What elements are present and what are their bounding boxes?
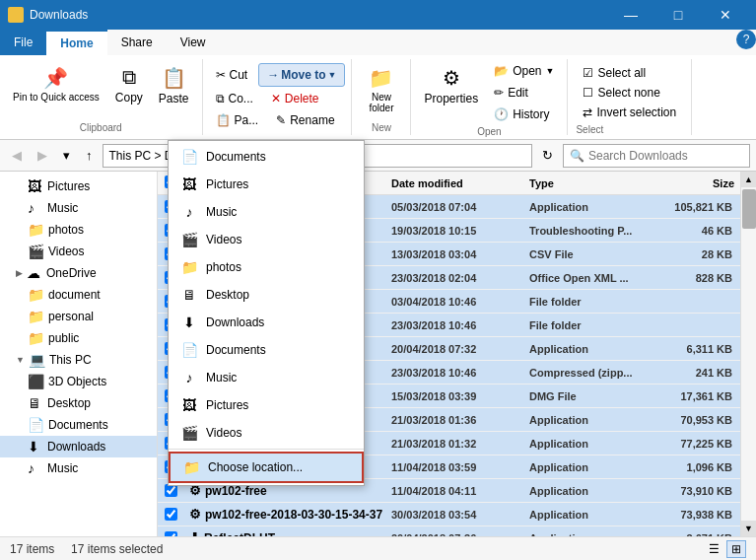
scroll-thumb[interactable] (742, 189, 756, 229)
dropdown-item-icon-11: 📁 (182, 459, 200, 475)
dropdown-item-icon-4: 📁 (180, 259, 198, 275)
file-type-3: Office Open XML ... (523, 272, 661, 284)
delete-button[interactable]: ✕ Delete (264, 89, 326, 108)
pin-to-quick-button[interactable]: 📌 Pin to Quick access (6, 61, 106, 108)
new-group-content: 📁 Newfolder (362, 61, 401, 120)
large-icons-view-button[interactable]: ⊞ (726, 540, 746, 558)
sidebar-item-photos[interactable]: 📁 photos (0, 219, 157, 241)
sidebar-item-this-pc[interactable]: ▼ 💻 This PC (0, 349, 157, 371)
dropdown-item-label-0: Documents (206, 150, 266, 164)
dropdown-item-3[interactable]: 🎬 Videos (169, 226, 364, 253)
pin-icon: 📌 (43, 66, 68, 90)
sidebar-item-music2[interactable]: ♪ Music (0, 457, 157, 479)
sidebar-item-downloads[interactable]: ⬇ Downloads (0, 436, 157, 457)
select-all-button[interactable]: ☑ Select all (576, 63, 683, 83)
search-input[interactable] (588, 149, 743, 163)
dropdown-item-icon-5: 🖥 (180, 287, 198, 303)
up-button[interactable]: ↑ (80, 144, 99, 167)
scroll-down-button[interactable]: ▼ (741, 521, 757, 536)
tab-share[interactable]: Share (107, 30, 167, 55)
sidebar-item-desktop[interactable]: 🖥 Desktop (0, 392, 157, 414)
dropdown-item-7[interactable]: 📄 Documents (169, 336, 364, 364)
file-checkbox-13[interactable] (165, 508, 177, 521)
tab-file[interactable]: File (0, 30, 46, 55)
file-date-14: 20/04/2018 07:36 (385, 532, 523, 537)
sidebar-item-public[interactable]: 📁 public (0, 327, 157, 349)
move-to-icon: → (267, 68, 279, 82)
sidebar-item-label: 3D Objects (48, 375, 106, 388)
dropdown-item-4[interactable]: 📁 photos (169, 253, 364, 281)
sidebar-item-3d-objects[interactable]: ⬛ 3D Objects (0, 371, 157, 392)
dropdown-item-11[interactable]: 📁 Choose location... (169, 452, 364, 483)
sidebar-item-documents[interactable]: 📄 Documents (0, 414, 157, 436)
sidebar-item-onedrive[interactable]: ▶ ☁ OneDrive (0, 262, 157, 284)
new-folder-button[interactable]: 📁 Newfolder (362, 61, 401, 118)
row-check-14 (158, 531, 183, 536)
table-row[interactable]: ⚙ pw102-free-2018-03-30-15-34-37 30/03/2… (158, 503, 740, 526)
header-size[interactable]: Size (661, 177, 740, 189)
cut-button[interactable]: ✂ Cut (209, 63, 255, 87)
dropdown-item-6[interactable]: ⬇ Downloads (169, 309, 364, 336)
dropdown-item-0[interactable]: 📄 Documents (169, 143, 364, 171)
table-row[interactable]: ⬇ ReflectDLHT 20/04/2018 07:36 Applicati… (158, 526, 740, 536)
dropdown-item-5[interactable]: 🖥 Desktop (169, 281, 364, 309)
minimize-button[interactable]: — (608, 0, 653, 30)
selected-count-text: 17 items selected (71, 542, 163, 556)
select-all-icon: ☑ (583, 66, 593, 80)
header-date[interactable]: Date modified (385, 177, 523, 189)
help-button[interactable]: ? (736, 30, 756, 49)
paste-small-button[interactable]: 📋 Pa... (209, 110, 266, 130)
refresh-button[interactable]: ↻ (536, 144, 559, 167)
history-icon: 🕐 (494, 107, 509, 121)
sidebar-item-videos[interactable]: 🎬 Videos (0, 241, 157, 262)
dropdown-item-2[interactable]: ♪ Music (169, 198, 364, 226)
edit-button[interactable]: ✏ Edit (487, 83, 561, 103)
invert-selection-button[interactable]: ⇄ Invert selection (576, 103, 683, 122)
title-bar-title: Downloads (30, 8, 88, 22)
sidebar-item-music[interactable]: ♪ Music (0, 197, 157, 219)
details-view-button[interactable]: ☰ (704, 540, 724, 558)
public-folder-icon: 📁 (28, 330, 44, 346)
file-checkbox-14[interactable] (165, 531, 177, 536)
paste-button[interactable]: 📋 Paste (152, 61, 196, 110)
copy-to-button[interactable]: ⧉ Co... (209, 89, 260, 108)
back-button[interactable]: ◀ (6, 144, 28, 167)
dropdown-item-10[interactable]: 🎬 Videos (169, 419, 364, 447)
file-size-3: 828 KB (661, 272, 740, 284)
dropdown-item-8[interactable]: ♪ Music (169, 364, 364, 391)
properties-button[interactable]: ⚙ Properties (417, 61, 485, 110)
sidebar-item-personal[interactable]: 📁 personal (0, 306, 157, 327)
forward-button[interactable]: ▶ (32, 144, 53, 167)
move-to-button[interactable]: → Move to ▼ (258, 63, 345, 87)
select-group: ☑ Select all ☐ Select none ⇄ Invert sele… (568, 59, 692, 135)
open-button[interactable]: 📂 Open ▼ (487, 61, 561, 81)
invert-icon: ⇄ (583, 105, 592, 119)
sidebar: 🖼 Pictures ♪ Music 📁 photos 🎬 Videos ▶ ☁… (0, 172, 158, 536)
scroll-up-button[interactable]: ▲ (741, 172, 757, 187)
close-button[interactable]: ✕ (703, 0, 748, 30)
copy-button[interactable]: ⧉ Copy (108, 61, 150, 109)
dropdown-item-icon-2: ♪ (180, 204, 198, 220)
select-none-button[interactable]: ☐ Select none (576, 83, 683, 103)
vertical-scrollbar[interactable]: ▲ ▼ (740, 172, 756, 536)
recent-locations-button[interactable]: ▾ (57, 144, 76, 167)
cut-icon: ✂ (216, 68, 226, 82)
dropdown-item-9[interactable]: 🖼 Pictures (169, 391, 364, 419)
header-type[interactable]: Type (523, 177, 661, 189)
pictures-icon: 🖼 (28, 178, 43, 194)
sidebar-item-document[interactable]: 📁 document (0, 284, 157, 306)
clipboard-group: 📌 Pin to Quick access ⧉ Copy 📋 Paste Cli… (0, 59, 203, 135)
file-date-2: 13/03/2018 03:04 (385, 248, 523, 260)
dropdown-item-1[interactable]: 🖼 Pictures (169, 171, 364, 198)
file-size-13: 73,938 KB (661, 509, 740, 521)
sidebar-item-label: Documents (48, 418, 108, 432)
rename-button[interactable]: ✎ Rename (269, 110, 341, 130)
tab-home[interactable]: Home (46, 30, 106, 55)
file-size-14: 3,671 KB (661, 532, 740, 537)
maximize-button[interactable]: □ (655, 0, 701, 30)
tab-view[interactable]: View (167, 30, 220, 55)
dropdown-item-label-5: Desktop (206, 288, 249, 302)
sidebar-item-pictures[interactable]: 🖼 Pictures (0, 175, 157, 197)
open-group: ⚙ Properties 📂 Open ▼ ✏ Edit 🕐 History (411, 59, 568, 135)
history-button[interactable]: 🕐 History (487, 105, 561, 124)
